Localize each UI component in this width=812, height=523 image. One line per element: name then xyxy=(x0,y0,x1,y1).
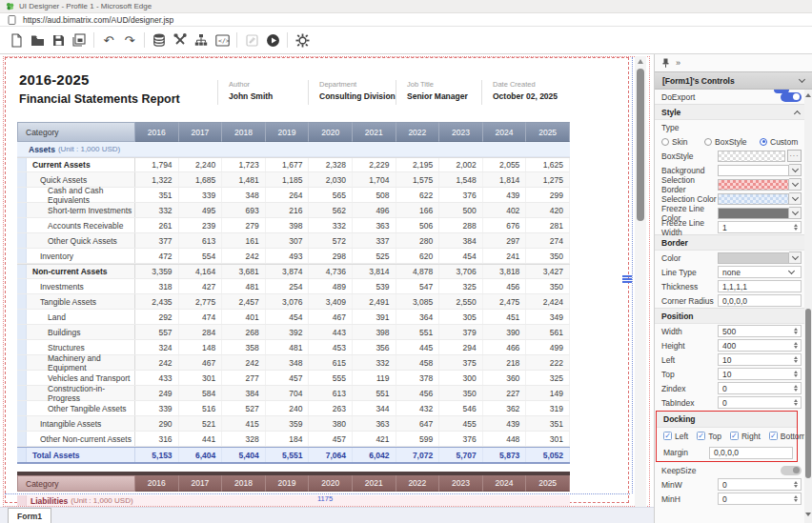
design-canvas[interactable]: 2016-2025 Financial Statements Report Au… xyxy=(0,54,654,523)
boxstyle-browse-button[interactable]: ··· xyxy=(787,150,802,162)
top-spinner[interactable]: 10 xyxy=(718,368,802,380)
margin-input[interactable]: 0,0,0,0 xyxy=(709,447,793,459)
financial-grid[interactable]: Category20162017201820192020202120222023… xyxy=(17,122,570,464)
new-file-icon[interactable] xyxy=(6,30,27,50)
selection-border-swatch[interactable] xyxy=(718,179,789,191)
spin-down-icon[interactable] xyxy=(794,374,798,377)
left-checkbox[interactable]: ✓Left xyxy=(663,432,688,441)
spin-up-icon[interactable] xyxy=(794,328,798,331)
background-swatch[interactable] xyxy=(718,165,789,176)
spin-down-icon[interactable] xyxy=(794,389,798,392)
spin-down-icon[interactable] xyxy=(794,403,798,406)
canvas-scrollbar[interactable] xyxy=(635,56,646,519)
thickness-input[interactable]: 1,1,1,1 xyxy=(718,280,802,292)
spin-up-icon[interactable] xyxy=(794,371,798,373)
spinner-arrows[interactable] xyxy=(790,481,801,489)
canvas-scrollbar-thumb[interactable] xyxy=(637,69,644,221)
height-spinner[interactable]: 400 xyxy=(718,339,802,352)
sitemap-icon[interactable] xyxy=(191,30,212,50)
line-type-select[interactable]: none xyxy=(718,266,802,278)
save-all-icon[interactable] xyxy=(69,30,90,50)
spinner-arrows[interactable] xyxy=(790,399,801,407)
spin-down-icon[interactable] xyxy=(794,346,798,349)
spinner-arrows[interactable] xyxy=(790,342,801,350)
right-checkbox[interactable]: ✓Right xyxy=(730,432,761,441)
redo-icon[interactable]: ↷ xyxy=(119,30,140,50)
splitter-handle-icon[interactable] xyxy=(622,275,632,284)
section-unit: (Unit : 1,000 USD) xyxy=(71,496,132,505)
skin-radio[interactable]: Skin xyxy=(661,137,704,147)
spinner-arrows[interactable] xyxy=(790,224,801,231)
cell-value: 402 xyxy=(483,203,527,217)
spin-down-icon[interactable] xyxy=(794,332,798,334)
width-spinner[interactable]: 500 xyxy=(718,325,802,337)
code-panel-icon[interactable]: </> xyxy=(212,30,233,50)
boxstyle-radio[interactable]: BoxStyle xyxy=(704,137,760,147)
scroll-down-icon[interactable] xyxy=(805,513,811,516)
database-icon[interactable] xyxy=(149,30,170,50)
tabindex-spinner[interactable]: 0 xyxy=(718,396,802,409)
minw-spinner[interactable]: 0 xyxy=(718,478,802,491)
custom-radio[interactable]: Custom xyxy=(760,137,798,147)
meta-divider xyxy=(481,80,482,105)
cell-value: 380 xyxy=(309,416,353,431)
panel-scrollbar[interactable] xyxy=(804,90,812,523)
url-text[interactable]: https://aud.bimatrix.com/AUD/designer.js… xyxy=(23,15,173,25)
minh-spinner[interactable]: 0 xyxy=(718,493,802,505)
spin-down-icon[interactable] xyxy=(794,499,798,502)
spin-up-icon[interactable] xyxy=(794,481,798,484)
spin-up-icon[interactable] xyxy=(794,342,798,345)
color-swatch[interactable] xyxy=(718,252,789,264)
top-checkbox[interactable]: ✓Top xyxy=(697,432,721,441)
tools-icon[interactable] xyxy=(170,30,191,50)
table-row: Other Tangible Assets3395165272402633444… xyxy=(17,401,570,416)
chevron-down-icon xyxy=(788,268,795,274)
pin-icon[interactable] xyxy=(662,58,669,68)
cell-value: 268 xyxy=(222,325,266,339)
tab-form1[interactable]: Form1 xyxy=(8,508,51,523)
chevron-up-icon[interactable] xyxy=(794,110,801,116)
selection-border-dropdown-button[interactable] xyxy=(789,178,802,191)
spin-down-icon[interactable] xyxy=(794,228,798,231)
spin-up-icon[interactable] xyxy=(794,399,798,402)
settings-icon[interactable] xyxy=(292,30,313,50)
save-icon[interactable] xyxy=(48,30,69,50)
open-folder-icon[interactable] xyxy=(27,30,48,50)
scroll-up-icon[interactable] xyxy=(805,93,811,97)
cell-value: 316 xyxy=(135,432,179,446)
keepsize-toggle[interactable] xyxy=(781,466,802,475)
spinner-arrows[interactable] xyxy=(790,328,801,335)
panel-scrollbar-thumb[interactable] xyxy=(805,309,811,478)
zindex-spinner[interactable]: 0 xyxy=(718,382,802,394)
address-bar[interactable]: https://aud.bimatrix.com/AUD/designer.js… xyxy=(0,13,812,27)
controls-dropdown[interactable]: [Form1]'s Controls xyxy=(655,71,812,90)
freeze-line-width-spinner[interactable]: 1 xyxy=(718,221,802,233)
spinner-arrows[interactable] xyxy=(790,385,801,392)
selection-color-dropdown-button[interactable] xyxy=(789,192,802,205)
run-icon[interactable] xyxy=(262,30,283,50)
spin-down-icon[interactable] xyxy=(794,485,798,488)
undo-icon[interactable]: ↶ xyxy=(98,30,119,50)
spin-down-icon[interactable] xyxy=(794,360,798,363)
spin-up-icon[interactable] xyxy=(794,224,798,227)
property-label: Width xyxy=(661,327,718,336)
spin-up-icon[interactable] xyxy=(794,385,798,388)
bottom-checkbox[interactable]: ✓Bottom xyxy=(769,432,805,441)
spinner-arrows[interactable] xyxy=(790,495,801,503)
freeze-line-color-dropdown-button[interactable] xyxy=(789,207,802,219)
corner-radius-input[interactable]: 0,0,0,0 xyxy=(718,294,802,307)
liabilities-grid-header[interactable]: Category20162017201820192020202120222023… xyxy=(17,475,570,492)
background-dropdown-button[interactable] xyxy=(789,164,802,176)
scroll-up-icon[interactable] xyxy=(638,59,643,64)
doexport-toggle[interactable] xyxy=(781,92,802,102)
left-spinner[interactable]: 10 xyxy=(718,353,802,366)
selection-color-swatch[interactable] xyxy=(718,193,789,205)
spin-up-icon[interactable] xyxy=(794,356,798,359)
spinner-arrows[interactable] xyxy=(790,371,801,378)
boxstyle-swatch[interactable] xyxy=(718,151,785,162)
spin-up-icon[interactable] xyxy=(794,495,798,498)
color-dropdown-button[interactable] xyxy=(789,251,802,264)
spinner-arrows[interactable] xyxy=(790,356,801,364)
freeze-line-color-swatch[interactable] xyxy=(718,208,789,219)
collapse-panel-icon[interactable]: » xyxy=(676,58,680,68)
